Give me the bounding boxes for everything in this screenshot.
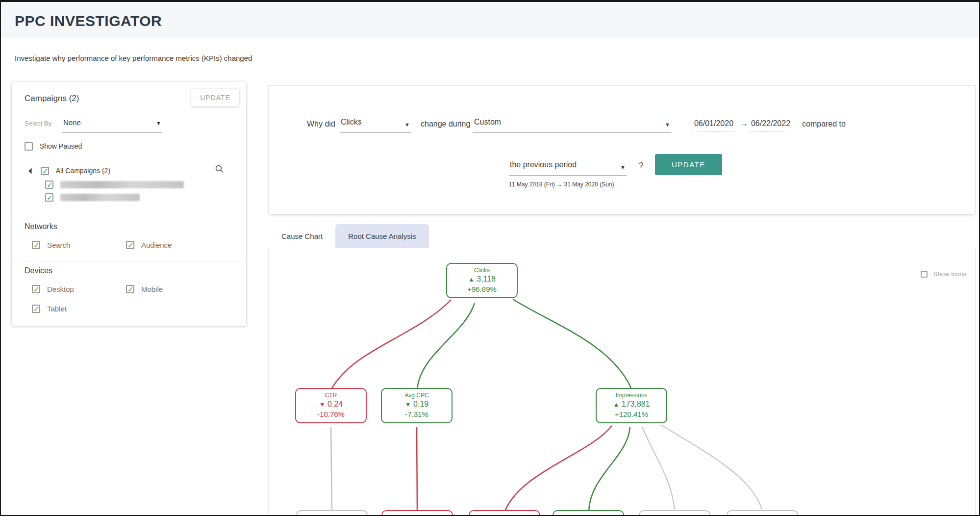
node-value: 0.19 [413, 400, 428, 408]
help-icon[interactable]: ? [639, 161, 643, 171]
edge-clicks-ctr [331, 300, 451, 389]
network-audience-label: Audience [141, 241, 172, 249]
node-label: Search Impr [472, 514, 537, 516]
show-paused-checkbox[interactable] [25, 142, 33, 151]
node-delta: +96.89% [449, 284, 515, 294]
node-label: Search Query [555, 514, 621, 516]
app-header: PPC INVESTIGATOR [1, 2, 979, 38]
period-dropdown[interactable]: Custom ▼ [473, 115, 671, 133]
show-icons-label: Show Icons [933, 270, 966, 278]
edge-impressions-searchimpr [505, 426, 612, 511]
node-ctr[interactable]: CTR ▼ 0.24 -10.76% [295, 388, 367, 423]
compare-period-value: the previous period [510, 160, 577, 169]
node-est-avg[interactable]: Est. Avg [296, 510, 368, 516]
select-by-dropdown[interactable]: None ▼ [62, 116, 162, 133]
network-search-row: Search [32, 240, 70, 249]
up-arrow-icon: ▲ [613, 401, 619, 408]
show-icons-checkbox[interactable] [921, 271, 928, 278]
edge-clicks-impressions [513, 299, 631, 389]
node-delta: -10.76% [298, 410, 364, 419]
network-audience-checkbox[interactable] [126, 241, 134, 249]
node-value: 3,118 [477, 275, 496, 283]
tab-cause-chart[interactable]: Cause Chart [269, 224, 335, 248]
kpi-dropdown[interactable]: Clicks ▼ [340, 115, 411, 133]
device-desktop-label: Desktop [47, 285, 74, 293]
device-mobile-checkbox[interactable] [126, 285, 134, 293]
select-by-value: None [63, 118, 81, 127]
date-range-arrow-icon: → [740, 119, 748, 128]
change-during-label: change during [421, 120, 470, 129]
node-value: 0.24 [327, 400, 343, 408]
divider [12, 261, 246, 261]
campaign-checkbox[interactable] [45, 193, 53, 202]
node-cost[interactable]: Cost [381, 510, 453, 516]
network-search-label: Search [47, 241, 71, 249]
campaign-tree-item[interactable] [45, 193, 140, 202]
show-paused-label: Show Paused [40, 142, 82, 150]
device-desktop-checkbox[interactable] [32, 285, 40, 293]
show-paused-row: Show Paused [25, 142, 82, 151]
page-subtitle: Investigate why performance of key perfo… [15, 54, 252, 62]
device-tablet-row: Tablet [32, 304, 67, 313]
show-icons-row: Show Icons [921, 270, 966, 278]
device-mobile-row: Mobile [126, 284, 163, 293]
node-avg-cpc[interactable]: Avg CPC ▼ 0.19 -7.31% [381, 388, 452, 423]
date-to-input[interactable] [748, 115, 793, 132]
chevron-down-icon: ▼ [620, 164, 626, 170]
device-mobile-label: Mobile [141, 285, 163, 293]
chevron-down-icon: ▼ [665, 122, 670, 128]
up-arrow-icon: ▲ [468, 276, 475, 283]
chart-tabs: Cause Chart Root Cause Analysis [269, 224, 429, 248]
campaigns-panel-title: Campaigns (2) [25, 94, 79, 103]
node-impressions[interactable]: Impressions ▲ 173,881 +120.41% [596, 388, 667, 423]
campaign-tree-root: All Campaigns (2) [29, 166, 110, 175]
campaigns-update-button[interactable]: UPDATE [191, 89, 239, 106]
node-label: Display Impr [642, 514, 707, 516]
node-display-impr[interactable]: Display Impr [639, 510, 710, 516]
networks-title: Networks [25, 222, 57, 231]
campaign-checkbox[interactable] [45, 181, 53, 189]
chevron-down-icon: ▼ [404, 122, 410, 128]
campaign-tree-item[interactable] [45, 180, 184, 189]
tree-expand-icon[interactable] [28, 168, 35, 174]
node-display-query[interactable]: Display Query [727, 510, 798, 516]
node-label: Clicks [449, 266, 515, 274]
network-search-checkbox[interactable] [32, 241, 40, 249]
edge-avgcpc-cost [417, 427, 417, 511]
date-from-input[interactable] [691, 115, 736, 132]
chevron-down-icon: ▼ [156, 120, 161, 126]
page-title: PPC INVESTIGATOR [15, 13, 162, 29]
query-update-button[interactable]: UPDATE [655, 154, 722, 175]
tab-root-cause-analysis[interactable]: Root Cause Analysis [335, 224, 428, 248]
network-audience-row: Audience [126, 240, 172, 249]
node-label: Impressions [599, 391, 664, 399]
device-tablet-checkbox[interactable] [32, 305, 40, 313]
node-search-impr[interactable]: Search Impr [469, 510, 540, 516]
compared-to-label: compared to [802, 120, 846, 129]
down-arrow-icon: ▼ [319, 401, 326, 408]
search-icon[interactable] [215, 165, 224, 173]
node-label: Avg CPC [384, 391, 450, 399]
query-panel: Why did Clicks ▼ change during Custom ▼ … [268, 85, 976, 214]
node-clicks[interactable]: Clicks ▲ 3,118 +96.89% [446, 263, 518, 298]
app-window: PPC INVESTIGATOR Investigate why perform… [0, 0, 980, 516]
cause-chart-panel: Clicks ▲ 3,118 +96.89% CTR ▼ 0.24 -10.76… [268, 248, 976, 516]
select-by-label: Select By [25, 120, 51, 127]
edge-clicks-avgcpc [417, 303, 475, 389]
kpi-value: Clicks [341, 118, 362, 127]
why-did-label: Why did [307, 120, 335, 129]
node-value: 173,881 [622, 400, 650, 408]
node-label: Display Query [729, 514, 795, 516]
compare-period-dropdown[interactable]: the previous period ▼ [509, 158, 627, 176]
node-delta: +120.41% [599, 410, 664, 419]
edge-impressions-displayimpr [642, 427, 675, 511]
device-desktop-row: Desktop [32, 284, 74, 293]
compare-range-note: 11 May 2018 (Fri) → 31 May 2020 (Sun) [509, 181, 614, 188]
node-delta: -7.31% [384, 410, 450, 419]
campaign-name-redacted [60, 194, 140, 201]
divider [12, 217, 246, 217]
device-tablet-label: Tablet [47, 305, 67, 313]
all-campaigns-checkbox[interactable] [41, 167, 49, 175]
campaign-name-redacted [60, 181, 184, 188]
node-search-query[interactable]: Search Query [553, 510, 624, 516]
